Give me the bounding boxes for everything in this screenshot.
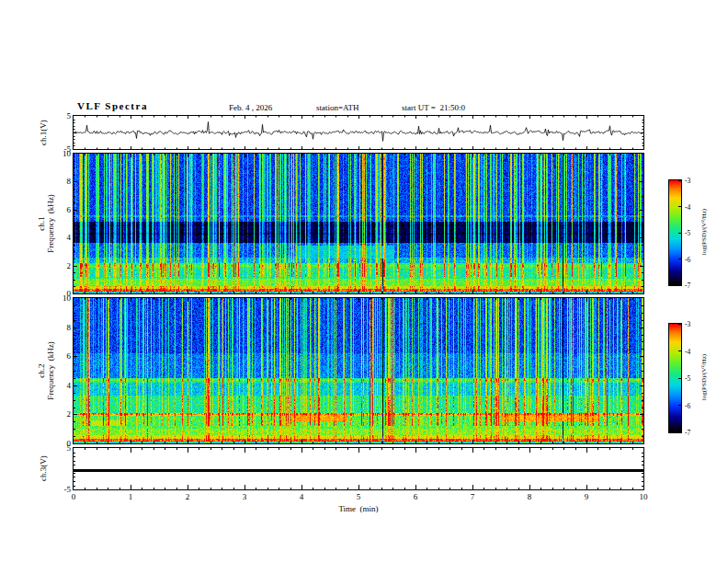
tick-label: 6 (67, 351, 72, 361)
tick-label: -5 (64, 485, 72, 494)
ch3-voltage-axis-label: ch.3(V) (39, 455, 48, 481)
tick-label: 2 (67, 261, 72, 270)
tick-label: 10 (640, 492, 648, 501)
tick-label: 10 (63, 149, 71, 158)
tick-label: 5 (67, 111, 72, 121)
ch1-spectrogram-canvas (74, 154, 643, 293)
ch1-spectrogram-panel (73, 153, 644, 294)
ch1-frequency-units-label: Frequency (kHz) (46, 194, 55, 252)
tick-label: 3 (243, 492, 247, 501)
tick-label: 4 (67, 381, 72, 390)
figure-title: VLF Spectra (77, 100, 148, 111)
tick-label: -4 (685, 347, 690, 355)
tick-label: -4 (685, 202, 690, 211)
tick-label: 4 (67, 233, 72, 242)
tick-label: 7 (471, 492, 475, 501)
tick-label: 2 (186, 492, 190, 501)
tick-label: -7 (685, 429, 690, 437)
ch2-spectrogram-panel (73, 297, 644, 444)
ch2-frequency-units-label: Frequency (kHz) (46, 341, 55, 399)
ch3-voltage-panel (73, 447, 644, 490)
tick-label: 8 (528, 492, 532, 501)
ch2-channel-label: ch.2 (37, 341, 46, 399)
ch1-frequency-axis-label: ch.1 Frequency (kHz) (37, 194, 55, 252)
tick-label: 8 (67, 177, 72, 186)
tick-label: 2 (67, 409, 72, 419)
tick-label: -5 (685, 374, 690, 383)
tick-label: -6 (685, 255, 690, 263)
ch2-frequency-axis-label: ch.2 Frequency (kHz) (37, 341, 55, 399)
start-ut-label: start UT = 21:50:0 (402, 103, 465, 112)
tick-label: -7 (685, 282, 690, 290)
colorbar-ch1-title: log(PSD)/(V²/Hz) (700, 209, 708, 255)
tick-label: 4 (300, 492, 304, 501)
colorbar-ch1-canvas (669, 180, 681, 285)
ch1-voltage-canvas (74, 116, 643, 149)
ch1-voltage-axis-label: ch.1(V) (39, 120, 48, 145)
x-axis-title: Time (min) (338, 504, 378, 513)
tick-label: 0 (72, 492, 76, 501)
tick-label: 1 (129, 492, 133, 501)
tick-label: -3 (685, 177, 690, 185)
tick-label: 6 (414, 492, 418, 501)
tick-label: 6 (67, 205, 72, 214)
tick-label: -5 (685, 229, 690, 237)
ch3-voltage-canvas (74, 448, 643, 489)
date-label: Feb. 4 , 2026 (229, 103, 272, 112)
tick-label: 10 (63, 293, 71, 303)
tick-label: -3 (685, 320, 690, 328)
colorbar-ch1 (668, 179, 682, 286)
tick-label: 8 (67, 323, 72, 332)
station-label: station=ATH (316, 103, 359, 112)
tick-label: -6 (685, 401, 690, 409)
vlf-spectra-figure: VLF Spectra Feb. 4 , 2026 station=ATH st… (0, 0, 728, 563)
colorbar-ch2 (668, 323, 682, 433)
tick-label: 9 (585, 492, 589, 501)
tick-label: 5 (357, 492, 361, 501)
ch2-spectrogram-canvas (74, 298, 643, 443)
ch1-channel-label: ch.1 (37, 194, 46, 252)
colorbar-ch2-title: log(PSD)/(V²/Hz) (700, 354, 708, 400)
tick-label: 5 (67, 443, 72, 453)
colorbar-ch2-canvas (669, 324, 681, 432)
ch1-voltage-panel (73, 115, 644, 150)
